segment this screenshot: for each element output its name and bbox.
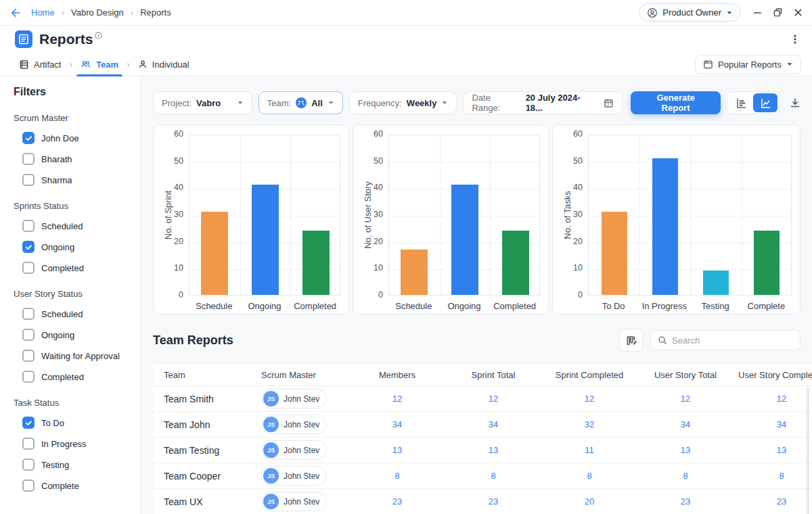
scrum-master-cell: JSJohn Stev (261, 463, 349, 489)
tab-individual[interactable]: Individual (134, 53, 194, 76)
restore-icon[interactable] (773, 8, 782, 17)
column-header-sprint-total[interactable]: Sprint Total (445, 364, 541, 386)
metric-link[interactable]: 12 (777, 394, 786, 404)
checkbox-icon[interactable] (22, 308, 35, 320)
bar-chart-view-button[interactable] (729, 93, 753, 112)
filter-checkbox-ongoing[interactable]: Ongoing (22, 241, 140, 253)
metric-link[interactable]: 12 (681, 394, 690, 404)
column-header-team[interactable]: Team (153, 364, 261, 386)
table-row[interactable]: Team UXJSJohn Stev2323202323 (153, 489, 812, 514)
checkbox-icon[interactable] (22, 459, 35, 471)
metric-link[interactable]: 23 (777, 496, 786, 507)
metric-link[interactable]: 8 (491, 471, 495, 481)
tab-team[interactable]: Team (76, 53, 122, 76)
filter-checkbox-in-progress[interactable]: In Progress (22, 438, 140, 450)
table-scrollbar[interactable] (807, 388, 809, 514)
scrum-master-pill[interactable]: JSJohn Stev (261, 466, 327, 486)
checkbox-icon[interactable] (22, 417, 35, 429)
scrum-master-pill[interactable]: JSJohn Stev (261, 415, 327, 434)
metric-link[interactable]: 34 (392, 419, 402, 429)
generate-report-button[interactable]: Generate Report (631, 91, 721, 114)
checkbox-icon[interactable] (22, 241, 35, 253)
checkbox-icon[interactable] (22, 153, 35, 165)
metric-link[interactable]: 20 (585, 496, 594, 507)
breadcrumb-project[interactable]: Vabro Design (71, 7, 124, 18)
scrum-master-pill[interactable]: JSJohn Stev (261, 492, 327, 511)
checkbox-icon[interactable] (22, 220, 35, 232)
metric-link[interactable]: 11 (585, 445, 594, 455)
metric-link[interactable]: 12 (392, 394, 402, 404)
metric-link[interactable]: 13 (489, 445, 498, 455)
team-dropdown[interactable]: Team: All (258, 91, 343, 114)
minimize-icon[interactable] (753, 8, 762, 17)
filter-checkbox-bharath[interactable]: Bharath (22, 153, 140, 165)
metric-link[interactable]: 34 (681, 419, 690, 429)
date-range-picker[interactable]: Date Range: 20 July 2024- 18... (463, 91, 623, 114)
filter-checkbox-completed[interactable]: Completed (22, 262, 140, 274)
checkbox-icon[interactable] (22, 132, 35, 144)
metric-link[interactable]: 8 (779, 471, 784, 481)
metric-link[interactable]: 34 (777, 419, 786, 429)
checkbox-icon[interactable] (22, 350, 35, 362)
metric-link[interactable]: 32 (585, 419, 594, 429)
account-role-dropdown[interactable]: Product Owner (639, 3, 741, 22)
sprint-chart: No. of Sprint0102030405060ScheduleOngoin… (153, 124, 349, 314)
checkbox-icon[interactable] (22, 174, 35, 186)
column-header-members[interactable]: Members (349, 364, 445, 386)
artifact-icon (19, 60, 29, 70)
checkbox-icon[interactable] (22, 480, 35, 492)
checkbox-icon[interactable] (22, 329, 35, 341)
column-settings-button[interactable] (619, 329, 644, 352)
project-dropdown[interactable]: Project: Vabro (153, 91, 252, 114)
filter-checkbox-scheduled[interactable]: Scheduled (22, 308, 140, 320)
filter-checkbox-completed[interactable]: Completed (22, 371, 140, 383)
line-chart-view-button[interactable] (753, 93, 777, 112)
filter-checkbox-scheduled[interactable]: Scheduled (22, 220, 140, 232)
more-options-icon[interactable] (790, 34, 800, 45)
scrum-master-pill[interactable]: JSJohn Stev (261, 389, 327, 408)
breadcrumb-home[interactable]: Home (31, 7, 55, 18)
filter-checkbox-to-do[interactable]: To Do (22, 417, 140, 429)
metric-link[interactable]: 23 (681, 496, 690, 507)
column-header-user-story-completed[interactable]: User Story Completed (734, 364, 812, 386)
metric-link[interactable]: 34 (489, 419, 498, 429)
metric-link[interactable]: 13 (681, 445, 690, 455)
gridline (691, 135, 692, 295)
chart-plot-area (189, 135, 340, 296)
metric-link[interactable]: 23 (392, 496, 402, 507)
metric-link[interactable]: 23 (489, 496, 498, 507)
scrum-master-pill[interactable]: JSJohn Stev (261, 440, 327, 460)
table-row[interactable]: Team CooperJSJohn Stev88888 (153, 463, 812, 489)
checkbox-icon[interactable] (22, 262, 35, 274)
filter-checkbox-john-doe[interactable]: John Doe (22, 132, 140, 144)
metric-link[interactable]: 8 (394, 471, 399, 481)
filter-checkbox-testing[interactable]: Testing (22, 459, 140, 471)
info-icon[interactable] (95, 30, 102, 42)
metric-link[interactable]: 8 (587, 471, 591, 481)
filter-checkbox-ongoing[interactable]: Ongoing (22, 329, 140, 341)
download-icon[interactable] (790, 97, 800, 108)
column-header-scrum-master[interactable]: Scrum Master (261, 364, 349, 386)
table-row[interactable]: Team JohnJSJohn Stev3434323434 (153, 412, 812, 438)
filter-checkbox-sharma[interactable]: Sharma (22, 174, 140, 186)
metric-link[interactable]: 13 (777, 445, 786, 455)
frequency-dropdown[interactable]: Frequency: Weekly (349, 91, 457, 114)
metric-link[interactable]: 12 (585, 394, 594, 404)
filter-checkbox-waiting-for-approval[interactable]: Waiting for Approval (22, 350, 140, 362)
table-row[interactable]: Team SmithJSJohn Stev1212121212 (153, 386, 812, 412)
metric-link[interactable]: 12 (489, 394, 498, 404)
checkbox-icon[interactable] (22, 371, 35, 383)
metric-link[interactable]: 8 (683, 471, 687, 481)
tab-artifact[interactable]: Artifact (15, 53, 65, 76)
metric-link[interactable]: 13 (392, 445, 402, 455)
search-input[interactable] (672, 335, 793, 346)
column-header-user-story-total[interactable]: User Story Total (637, 364, 734, 386)
filter-checkbox-complete[interactable]: Complete (22, 480, 140, 492)
table-row[interactable]: Team TestingJSJohn Stev1313111313 (153, 438, 812, 463)
back-arrow-icon[interactable] (9, 7, 22, 19)
y-tick-label: 30 (353, 210, 383, 219)
popular-reports-dropdown[interactable]: Popular Reports (695, 55, 801, 74)
column-header-sprint-completed[interactable]: Sprint Completed (541, 364, 637, 386)
checkbox-icon[interactable] (22, 438, 35, 450)
close-icon[interactable] (794, 8, 803, 17)
